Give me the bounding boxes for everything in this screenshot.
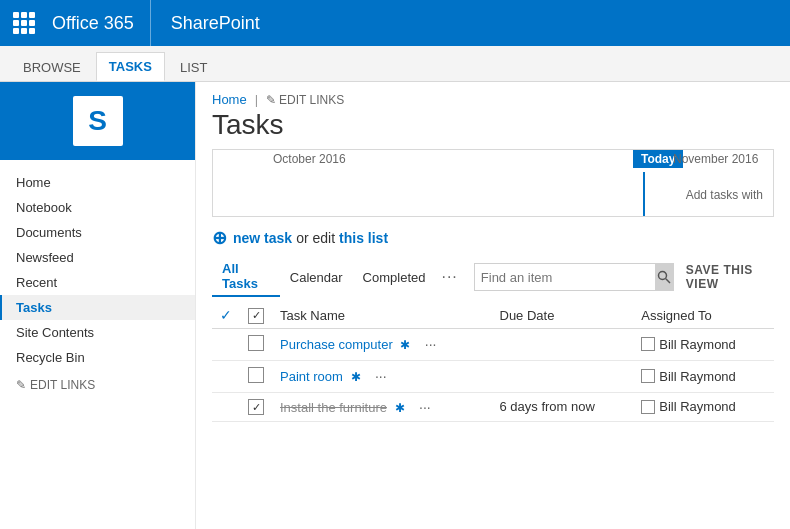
new-task-label[interactable]: new task — [233, 230, 292, 246]
tab-all-tasks[interactable]: All Tasks — [212, 257, 280, 297]
new-task-plus-icon[interactable]: ⊕ — [212, 227, 227, 249]
svg-line-1 — [666, 279, 670, 283]
table-row: Paint room ✱ ··· Bill Raymond — [212, 360, 774, 392]
tab-tasks[interactable]: TASKS — [96, 52, 165, 81]
search-button[interactable] — [655, 263, 673, 291]
row2-checkbox[interactable] — [248, 367, 264, 383]
row3-check-col — [212, 392, 240, 422]
view-tabs-bar: All Tasks Calendar Completed ··· SAVE TH… — [212, 257, 774, 297]
office365-label: Office 365 — [48, 0, 151, 46]
main-layout: S Home Notebook Documents Newsfeed Recen… — [0, 82, 790, 529]
top-bar: Office 365 SharePoint — [0, 0, 790, 46]
row1-check-col — [212, 328, 240, 360]
new-task-row: ⊕ new task or edit this list — [212, 227, 768, 249]
sidebar-item-home[interactable]: Home — [0, 170, 195, 195]
timeline-today-line — [643, 172, 645, 217]
header-checkbox[interactable]: ✓ — [248, 308, 264, 324]
sharepoint-label: SharePoint — [151, 13, 280, 34]
row2-task-name-cell: Paint room ✱ ··· — [272, 360, 492, 392]
sharepoint-s-logo: S — [68, 91, 128, 151]
breadcrumb-separator: | — [255, 92, 258, 107]
row2-due-date — [492, 360, 634, 392]
row3-checkbox-col: ✓ — [240, 392, 272, 422]
edit-links-text: EDIT LINKS — [279, 93, 344, 107]
pencil-small-icon: ✎ — [266, 93, 276, 107]
row3-due-date: 6 days from now — [492, 392, 634, 422]
sidebar: S Home Notebook Documents Newsfeed Recen… — [0, 82, 196, 529]
row2-check-col — [212, 360, 240, 392]
row3-assigned-cell: Bill Raymond — [633, 392, 774, 422]
s-arrow — [123, 113, 131, 129]
row3-checkmark: ✓ — [252, 401, 261, 414]
row1-due-date — [492, 328, 634, 360]
search-icon — [657, 270, 671, 284]
row1-checkbox[interactable] — [248, 335, 264, 351]
timeline-november-label: November 2016 — [673, 152, 758, 166]
row1-assigned-to: Bill Raymond — [659, 337, 736, 352]
task-table: ✓ ✓ Task Name Due Date Assigned To — [212, 303, 774, 422]
header-check-icon: ✓ — [220, 307, 232, 323]
row2-task-name[interactable]: Paint room — [280, 369, 343, 384]
row2-assigned-cell: Bill Raymond — [633, 360, 774, 392]
sidebar-item-site-contents[interactable]: Site Contents — [0, 320, 195, 345]
ribbon: BROWSE TASKS LIST — [0, 46, 790, 82]
sidebar-item-newsfeed[interactable]: Newsfeed — [0, 245, 195, 270]
breadcrumb-edit-links[interactable]: ✎ EDIT LINKS — [266, 93, 344, 107]
table-row: ✓ Install the furniture ✱ ··· 6 days fro… — [212, 392, 774, 422]
search-box — [474, 263, 674, 291]
th-task-name: Task Name — [272, 303, 492, 328]
row3-task-name-cell: Install the furniture ✱ ··· — [272, 392, 492, 422]
row3-task-name[interactable]: Install the furniture — [280, 400, 387, 415]
app-launcher-button[interactable] — [0, 0, 48, 46]
th-assigned-to: Assigned To — [633, 303, 774, 328]
sidebar-item-recycle-bin[interactable]: Recycle Bin — [0, 345, 195, 370]
row2-assign-checkbox[interactable] — [641, 369, 655, 383]
th-checkmark: ✓ — [212, 303, 240, 328]
sidebar-item-documents[interactable]: Documents — [0, 220, 195, 245]
page-title: Tasks — [212, 109, 774, 141]
svg-point-0 — [658, 272, 666, 280]
row1-task-name[interactable]: Purchase computer — [280, 337, 393, 352]
breadcrumb-home-link[interactable]: Home — [212, 92, 247, 107]
content-area: Home | ✎ EDIT LINKS Tasks October 2016 T… — [196, 82, 790, 529]
table-row: Purchase computer ✱ ··· Bill Raymond — [212, 328, 774, 360]
breadcrumb: Home | ✎ EDIT LINKS — [212, 82, 774, 107]
this-list-label[interactable]: this list — [339, 230, 388, 246]
row2-settings-icon[interactable]: ✱ — [351, 370, 361, 384]
tab-completed[interactable]: Completed — [353, 266, 436, 289]
row3-settings-icon[interactable]: ✱ — [395, 401, 405, 415]
row2-dots-menu[interactable]: ··· — [375, 368, 387, 384]
timeline-area: October 2016 Today November 2016 Add tas… — [212, 149, 774, 217]
app-launcher-grid-icon — [13, 12, 35, 34]
row1-assign-checkbox[interactable] — [641, 337, 655, 351]
row1-settings-icon[interactable]: ✱ — [400, 338, 410, 352]
row1-dots-menu[interactable]: ··· — [425, 336, 437, 352]
sidebar-item-recent[interactable]: Recent — [0, 270, 195, 295]
sidebar-item-notebook[interactable]: Notebook — [0, 195, 195, 220]
sidebar-edit-links[interactable]: ✎ EDIT LINKS — [0, 370, 195, 400]
row3-dots-menu[interactable]: ··· — [419, 399, 431, 415]
th-edit-icon: ✓ — [240, 303, 272, 328]
th-due-date: Due Date — [492, 303, 634, 328]
sidebar-item-tasks[interactable]: Tasks — [0, 295, 195, 320]
row1-assigned-cell: Bill Raymond — [633, 328, 774, 360]
edit-links-label: EDIT LINKS — [30, 378, 95, 392]
save-view-button[interactable]: SAVE THIS VIEW — [686, 263, 774, 291]
row2-checkbox-col — [240, 360, 272, 392]
sidebar-logo: S — [0, 82, 195, 160]
row3-assigned-to: Bill Raymond — [659, 399, 736, 414]
view-tabs-more[interactable]: ··· — [435, 264, 463, 290]
timeline-add-tasks-hint: Add tasks with — [686, 188, 763, 202]
row3-assign-checkbox[interactable] — [641, 400, 655, 414]
search-input[interactable] — [475, 264, 655, 290]
timeline-october-label: October 2016 — [273, 152, 346, 166]
tab-calendar[interactable]: Calendar — [280, 266, 353, 289]
tab-list[interactable]: LIST — [167, 53, 220, 81]
pencil-icon: ✎ — [16, 378, 26, 392]
row3-checkbox[interactable]: ✓ — [248, 399, 264, 415]
header-checkmark-icon: ✓ — [252, 309, 261, 322]
row2-assigned-to: Bill Raymond — [659, 369, 736, 384]
tab-browse[interactable]: BROWSE — [10, 53, 94, 81]
or-edit-text: or edit — [296, 230, 335, 246]
row1-checkbox-col — [240, 328, 272, 360]
